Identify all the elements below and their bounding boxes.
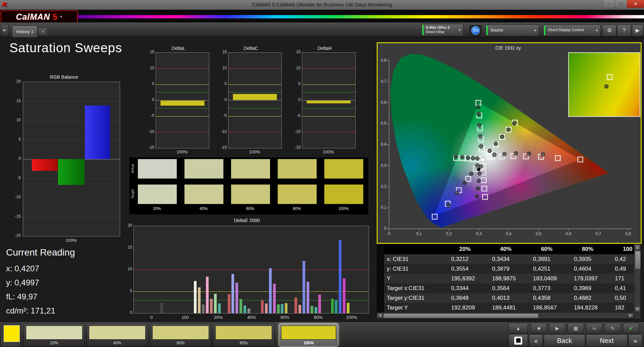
horizontal-scrollbar[interactable]: ◄ ► bbox=[377, 313, 634, 319]
cie-measured-marker bbox=[502, 152, 506, 156]
chevron-down-icon: ▼ bbox=[458, 28, 461, 32]
stop-button[interactable]: ■ bbox=[531, 323, 547, 334]
read-single-button[interactable]: ▦ bbox=[568, 323, 584, 334]
x-axis-tick-label: 0,6 bbox=[562, 231, 575, 236]
gear-icon: ⚙ bbox=[607, 27, 612, 33]
table-row-label: Y bbox=[384, 275, 448, 282]
table-cell: 0,4358 bbox=[530, 295, 571, 301]
next-skip-button[interactable]: » bbox=[628, 334, 642, 347]
source-dropdown[interactable]: Source ▼ bbox=[485, 24, 539, 36]
deltae-bar bbox=[294, 297, 297, 313]
pattern-window-icon bbox=[514, 337, 522, 345]
cie-measured-marker bbox=[506, 127, 511, 132]
x-axis-tick-label: 0,7 bbox=[592, 231, 605, 236]
accept-button[interactable]: ✔ bbox=[623, 323, 639, 334]
scroll-left-button[interactable]: ◄ bbox=[377, 313, 383, 318]
scroll-right-button[interactable]: ► bbox=[628, 313, 633, 318]
actual-swatch-40% bbox=[184, 159, 224, 179]
table-header-cell: 100 bbox=[611, 246, 634, 253]
settings-button[interactable]: ⚙ bbox=[602, 24, 616, 36]
scroll-up-button[interactable]: ▲ bbox=[635, 245, 640, 250]
read-continuous-button[interactable]: ∞ bbox=[586, 323, 602, 334]
saturation-patch-button-80%[interactable]: 80% bbox=[213, 323, 274, 347]
logo-version: 5 bbox=[52, 12, 57, 22]
pattern-up-button[interactable]: ▲ bbox=[508, 323, 528, 334]
panel-expand-button[interactable]: ▶ bbox=[1, 24, 9, 36]
table-row-label: Target y:CIE31 bbox=[384, 295, 448, 301]
refresh-button[interactable]: ↻ bbox=[604, 323, 621, 334]
table-cell: 183,0409 bbox=[530, 275, 571, 282]
deltae-bar bbox=[285, 303, 287, 313]
saturation-patch-button-20%[interactable]: 20% bbox=[23, 323, 85, 347]
y-axis-tick-label: -10 bbox=[145, 129, 154, 134]
reference-line bbox=[134, 270, 369, 270]
x-axis-tick-label: 100% bbox=[341, 315, 362, 320]
cie-measured-marker bbox=[477, 179, 481, 183]
back-button[interactable]: Back bbox=[544, 334, 585, 347]
meter-dropdown[interactable]: X-Rite i1Pro 2 Direct View ▼ bbox=[421, 24, 464, 36]
rgb-balance-chart: RGB Balance 100% -20-15-10-505101520 bbox=[10, 74, 118, 246]
reference-line bbox=[228, 84, 281, 85]
y-axis-tick-label: 15 bbox=[10, 98, 21, 103]
table-row-label: y: CIE31 bbox=[384, 266, 448, 272]
saturation-patch-button-40%[interactable]: 40% bbox=[87, 323, 148, 347]
table-header-cell: 20% bbox=[448, 246, 489, 253]
meter-read-count-badge[interactable]: 179 bbox=[470, 25, 482, 36]
deltae-bar bbox=[239, 299, 242, 313]
display-control-label: Direct Display Control bbox=[548, 28, 584, 32]
cie-target-marker bbox=[475, 100, 481, 106]
table-row: Target y:CIE310,36480,40130,43580,46820,… bbox=[384, 293, 634, 303]
reference-line bbox=[134, 291, 369, 292]
minimize-button[interactable]: – bbox=[603, 0, 615, 8]
results-table: 20%40%60%80%100x: CIE310,32120,34340,369… bbox=[377, 244, 641, 319]
cie-measured-marker bbox=[447, 203, 451, 207]
pattern-window-button[interactable] bbox=[508, 334, 528, 347]
swatch-percent-label: 40% bbox=[184, 206, 223, 211]
table-row: y: CIE310,35540,38790,42510,46040,49 bbox=[384, 264, 634, 274]
table-header-row: 20%40%60%80%100 bbox=[384, 244, 634, 254]
deltah-chart: DeltaH 100% -15-10-5051015 bbox=[291, 46, 358, 156]
scrollbar-thumb[interactable] bbox=[635, 251, 641, 269]
y-axis-tick-label: -5 bbox=[10, 176, 21, 180]
table-cell: 0,4604 bbox=[571, 266, 611, 272]
cie-target-marker bbox=[482, 194, 488, 200]
source-label: Source bbox=[490, 28, 503, 32]
calman-logo[interactable]: CalMAN 5 ▼ bbox=[1, 10, 78, 23]
help-button[interactable]: ? bbox=[617, 24, 631, 36]
cie-measured-marker bbox=[477, 123, 482, 128]
logo-row: CalMAN 5 ▼ bbox=[0, 10, 644, 22]
reference-line bbox=[156, 92, 209, 92]
y-axis-tick-label: 5 bbox=[123, 288, 132, 293]
reference-line bbox=[228, 108, 281, 109]
add-tab-button[interactable]: + bbox=[38, 27, 48, 35]
right-panel-expand-button[interactable]: ▶ bbox=[632, 24, 643, 36]
cie-target-marker bbox=[432, 214, 438, 219]
deltae-bar bbox=[202, 304, 205, 313]
y-axis-tick-label: 5 bbox=[291, 81, 301, 86]
vertical-scrollbar[interactable]: ▲ ▼ bbox=[634, 244, 641, 313]
display-control-dropdown[interactable]: Direct Display Control ▼ bbox=[543, 24, 601, 36]
y-axis-tick-label: 5 bbox=[145, 81, 154, 86]
close-button[interactable]: ✕ bbox=[627, 0, 644, 8]
rainbow-stripe bbox=[0, 15, 644, 18]
deltae-bar bbox=[339, 240, 341, 313]
x-axis-tick-label: 0,5 bbox=[532, 231, 545, 236]
maximize-button[interactable]: □ bbox=[615, 0, 627, 8]
y-axis-tick-label: -15 bbox=[10, 214, 21, 219]
saturation-patch-button-60%[interactable]: 60% bbox=[150, 323, 211, 347]
current-patch-panel bbox=[1, 323, 21, 347]
scrollbar-thumb[interactable] bbox=[383, 314, 538, 318]
tab-history-1[interactable]: History 1 bbox=[12, 25, 38, 37]
meter-mode: Direct View bbox=[426, 30, 444, 34]
scroll-down-button[interactable]: ▼ bbox=[635, 306, 640, 312]
back-skip-button[interactable]: « bbox=[529, 334, 543, 347]
y-axis-tick-label: -15 bbox=[217, 145, 227, 150]
play-button[interactable]: ▶ bbox=[549, 323, 566, 334]
cie-measured-marker bbox=[460, 155, 464, 159]
table-cell: 182 bbox=[611, 304, 634, 311]
reference-line bbox=[302, 84, 355, 85]
saturation-patch-button-100%[interactable]: 100% bbox=[279, 323, 338, 347]
cie-measured-marker bbox=[462, 181, 467, 185]
patch-color bbox=[152, 326, 209, 340]
next-button[interactable]: Next bbox=[586, 334, 628, 347]
